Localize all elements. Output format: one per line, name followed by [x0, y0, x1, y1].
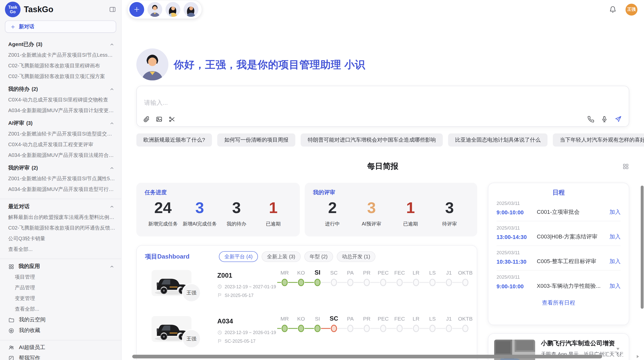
- event-join-link[interactable]: 加入: [609, 282, 621, 290]
- add-session-button[interactable]: [129, 2, 144, 17]
- sidebar-app-item[interactable]: 产品管理: [0, 282, 121, 293]
- layout-grid-icon[interactable]: [622, 163, 629, 170]
- session-avatar-3[interactable]: [184, 2, 198, 17]
- event-date: 2025/03/11: [496, 250, 621, 255]
- collapse-sidebar-icon[interactable]: [109, 6, 116, 13]
- event-time: 9:00-10:00: [496, 283, 537, 289]
- view-all-chats-link[interactable]: 查看全部...: [0, 244, 121, 254]
- project-row[interactable]: 王强 Z001 2023-12-19 ~ 2027-01-19 SI-2025-…: [145, 268, 469, 308]
- stat-value: 1: [391, 199, 430, 217]
- chevron-up-icon: [109, 86, 115, 92]
- scroll-down-arrow-icon[interactable]: [615, 346, 621, 351]
- sidebar-section-header[interactable]: 最近对话: [0, 201, 121, 212]
- sidebar-task-item[interactable]: A034-全新新能源MUV产品开发项目造型可行性评审: [0, 184, 121, 194]
- session-avatars-pill: [127, 0, 202, 19]
- event-date: 2025/03/11: [496, 226, 621, 230]
- svg-text:PEC: PEC: [378, 270, 389, 276]
- sidebar-section-header[interactable]: 我的待办(2): [0, 84, 121, 94]
- event-time: 9:00-10:00: [496, 209, 537, 215]
- attachment-icon[interactable]: [143, 116, 150, 123]
- project-dashboard-card: 项目Dashboard 全新平台 (4)全新上装 (3)年型 (2)动总开发 (…: [136, 245, 477, 360]
- sidebar-task-item[interactable]: C0X4-动力总成开发项目SI里程碑提交物检查: [0, 94, 121, 105]
- sidebar-task-item[interactable]: C0X4-动力总成开发项目工程变更评审: [0, 139, 121, 150]
- taskgo-app: Task Go TaskGo 新对话 Agent已办(3)Z001-全新燃油皮卡…: [0, 0, 644, 360]
- sidebar-tool-people[interactable]: AI超级员工: [0, 342, 121, 353]
- svg-text:J1: J1: [446, 316, 452, 322]
- composer: [136, 86, 629, 127]
- chevron-up-icon: [109, 204, 115, 209]
- session-avatar-1[interactable]: [148, 2, 162, 17]
- suggestion-chip[interactable]: 比亚迪全固态电池计划具体说了什么: [448, 133, 548, 147]
- sidebar-apps-header[interactable]: 我的应用: [0, 261, 121, 272]
- dashboard-filter-chip[interactable]: 全新上装 (3): [262, 251, 301, 262]
- dashboard-title: 项目Dashboard: [145, 253, 189, 261]
- sidebar-chat-item[interactable]: 解释最新出台的欧盟报废车法规再生塑料比例被调至15%...: [0, 212, 121, 222]
- sidebar-task-item[interactable]: C02-飞腾新能源轻客改款项目里程碑画布: [0, 60, 121, 71]
- schedule-event: 2025/03/11 9:00-10:00 C001-立项审批会 加入: [496, 197, 621, 221]
- flag-icon: [217, 293, 222, 297]
- session-avatar-2[interactable]: [166, 2, 180, 17]
- event-name: X003-车辆动力学性能验...: [537, 282, 610, 290]
- dashboard-filter-chip[interactable]: 动总开发 (1): [337, 251, 376, 262]
- project-flag-date: SI-2025-05-17: [217, 293, 254, 297]
- svg-text:PEC: PEC: [378, 316, 389, 322]
- sidebar-task-item[interactable]: Z001-全新燃油轻卡产品开发项目SI节点属性5D文件评审: [0, 173, 121, 184]
- stat-label: 已逾期: [255, 220, 292, 227]
- sidebar-task-item[interactable]: Z001-全新燃油轻卡产品开发项目SI造型提交物评审: [0, 128, 121, 139]
- view-all-schedule-link[interactable]: 查看所有日程: [496, 295, 621, 311]
- sidebar-header: Task Go TaskGo: [0, 0, 121, 19]
- scroll-right-arrow-icon[interactable]: [635, 354, 640, 359]
- horizontal-scrollbar-thumb[interactable]: [132, 355, 602, 358]
- scissors-icon[interactable]: [168, 116, 175, 123]
- phone-icon[interactable]: [587, 116, 594, 123]
- sidebar-chat-item[interactable]: C02-飞腾新能源轻客改款项目的闭环通告反馈情况: [0, 222, 121, 233]
- suggestion-chip[interactable]: 欧洲新规最近颁布了什么?: [136, 133, 212, 147]
- user-avatar[interactable]: 王强: [625, 4, 637, 16]
- right-column: 日程 2025/03/11 9:00-10:00 C001-立项审批会 加入 2…: [488, 183, 629, 360]
- svg-text:PA: PA: [347, 270, 354, 276]
- sidebar-section-header[interactable]: 我的评审(2): [0, 162, 121, 173]
- event-join-link[interactable]: 加入: [609, 233, 621, 241]
- project-name: Z001: [217, 272, 232, 279]
- project-list: 王强 Z001 2023-12-19 ~ 2027-01-19 SI-2025-…: [145, 268, 469, 354]
- event-date: 2025/03/11: [496, 275, 621, 279]
- chat-input[interactable]: [143, 99, 624, 107]
- sidebar-tool-write[interactable]: 帮我写作: [0, 353, 121, 360]
- sidebar-task-item[interactable]: C02-飞腾新能源轻客改款项目立项汇报方案: [0, 71, 121, 82]
- svg-text:PR: PR: [363, 316, 370, 322]
- sidebar-task-item[interactable]: A034-全新新能源MUV产品开发项目计划变更表编写: [0, 105, 121, 116]
- event-join-link[interactable]: 加入: [609, 208, 621, 216]
- sidebar-section-header[interactable]: AI评审(3): [0, 118, 121, 128]
- sidebar-section-header[interactable]: Agent已办(3): [0, 39, 121, 50]
- image-icon[interactable]: [156, 116, 163, 123]
- sidebar-link-star-badge[interactable]: 我的收藏: [0, 325, 121, 336]
- stat: 1 已逾期: [391, 199, 430, 228]
- svg-text:MR: MR: [281, 316, 289, 322]
- microphone-icon[interactable]: [601, 116, 608, 123]
- dashboard-filter-chip[interactable]: 年型 (2): [304, 251, 333, 262]
- suggestion-chip[interactable]: 特朗普可能对进口汽车增税会对中国车企造成哪些影响: [301, 133, 443, 147]
- new-chat-button[interactable]: 新对话: [5, 21, 116, 33]
- event-join-link[interactable]: 加入: [609, 258, 621, 265]
- view-all-apps-link[interactable]: 查看全部...: [0, 304, 121, 314]
- send-icon[interactable]: [614, 115, 622, 123]
- dashboard-filter-chip[interactable]: 全新平台 (4): [219, 251, 258, 262]
- topbar: 王强: [122, 0, 644, 19]
- sidebar-task-item[interactable]: A034-全新新能源MUV产品开发项目法规符合性评审: [0, 150, 121, 160]
- sidebar-link-folder[interactable]: 我的云空间: [0, 314, 121, 325]
- project-row[interactable]: 王强 A034 2023-12-19 ~ 2026-01-19 SC-2025-…: [145, 314, 469, 354]
- stat-value: 3: [181, 199, 218, 217]
- bell-icon[interactable]: [609, 6, 617, 13]
- sidebar-chat-item[interactable]: 公司Q3轻卡销量: [0, 233, 121, 244]
- vertical-scrollbar-thumb[interactable]: [641, 186, 643, 309]
- sidebar-app-item[interactable]: 项目管理: [0, 272, 121, 282]
- event-date: 2025/03/11: [496, 201, 621, 206]
- suggestion-chip[interactable]: 如何写一份清晰的项目周报: [217, 133, 296, 147]
- sidebar-app-item[interactable]: 变更管理: [0, 293, 121, 304]
- stat: 3 待评审: [430, 199, 469, 228]
- suggestion-chip[interactable]: 当下年轻人对汽车外观有怎样的喜好趋势: [553, 133, 644, 147]
- schedule-event: 2025/03/11 9:00-10:00 X003-车辆动力学性能验... 加…: [496, 271, 621, 295]
- event-name: C003|H0B-方案冻结评审: [537, 233, 610, 241]
- sidebar-task-item[interactable]: Z001-全新燃油皮卡产品开发项目SI节点Lesson Learn报告: [0, 50, 121, 60]
- svg-text:PR: PR: [363, 270, 370, 276]
